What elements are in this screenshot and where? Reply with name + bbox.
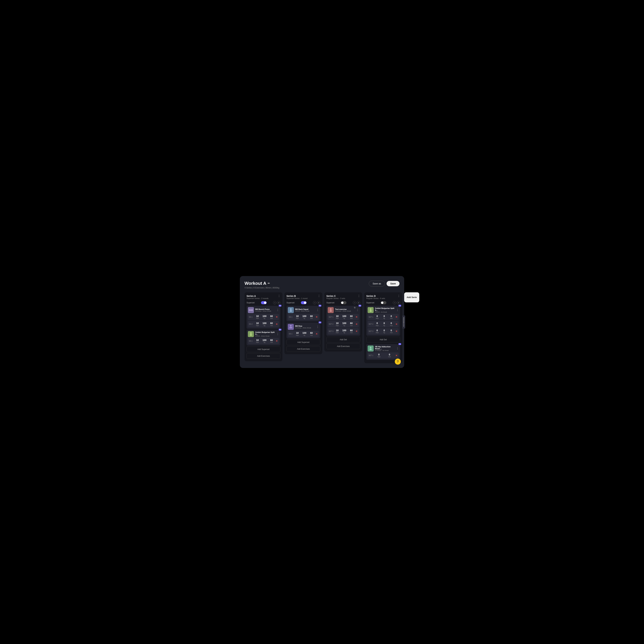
set-label-b2-1: SS 1 bbox=[289, 333, 293, 335]
series-b-superset-toggle[interactable] bbox=[301, 301, 307, 304]
remove-a1-1[interactable]: ✕ bbox=[275, 316, 278, 318]
add-exercises-a[interactable]: Add Exercises bbox=[247, 353, 280, 359]
add-series-label: Add Serie bbox=[407, 296, 417, 299]
series-c-increment[interactable]: + bbox=[357, 301, 360, 304]
help-button[interactable]: ? bbox=[395, 359, 401, 365]
exercise-goblet-a-more[interactable]: ⋮ bbox=[276, 333, 279, 335]
remove-d1-2[interactable]: ✕ bbox=[395, 323, 398, 326]
series-b-increment[interactable]: + bbox=[317, 301, 320, 304]
rest-d1-2: 0 bbox=[391, 322, 392, 325]
remove-c1-3[interactable]: ✕ bbox=[355, 330, 358, 333]
series-d-decrement[interactable]: − bbox=[393, 301, 396, 304]
rest-a1-2: 60 bbox=[270, 322, 273, 325]
remove-a1-2[interactable]: ✕ bbox=[275, 323, 278, 326]
add-series-button[interactable]: Add Serie bbox=[404, 292, 419, 302]
badge-tl-bb-row: TL bbox=[319, 321, 321, 323]
rest-c1-3: 60 bbox=[350, 329, 353, 332]
set-label-b1-1: SS 1 bbox=[289, 316, 293, 318]
exercise-goblet-d-more[interactable]: ⋮ bbox=[396, 309, 399, 311]
remove-b1-1[interactable]: ✕ bbox=[315, 316, 318, 318]
copy-icon-test[interactable]: ⧉ bbox=[354, 306, 356, 309]
exercise-bb-squat-more[interactable]: ⋮ bbox=[316, 309, 319, 311]
add-set-d[interactable]: Add Set bbox=[366, 337, 400, 342]
series-a-increment[interactable]: + bbox=[277, 301, 280, 304]
svg-point-11 bbox=[290, 325, 292, 327]
exercise-card-test: Test exercise no tempo , 60sec Break ⋮ T… bbox=[326, 306, 360, 336]
remove-d1-3[interactable]: ✕ bbox=[395, 330, 398, 333]
series-d-subtitle: Regular Series - 6 sets bbox=[366, 297, 385, 299]
svg-point-20 bbox=[370, 347, 371, 348]
remove-c1-1[interactable]: ✕ bbox=[355, 316, 358, 318]
series-a-header: Series A Superset Series - 2 rounds ⋮ bbox=[247, 295, 280, 299]
series-a-decrement[interactable]: − bbox=[273, 301, 276, 304]
series-d-superset-label: Superset bbox=[366, 302, 374, 304]
badge-tl-sb-hip: TL bbox=[398, 343, 401, 345]
reps-c1-3: 10 bbox=[336, 329, 339, 332]
exercise-test-more[interactable]: ⋮ bbox=[356, 309, 359, 311]
set-row-d1-3: SET 3 0reps 0kg 0rest ✕ bbox=[368, 328, 399, 334]
exercise-bb-row-more[interactable]: ⋮ bbox=[316, 326, 319, 328]
series-d-increment[interactable]: + bbox=[397, 301, 400, 304]
series-card-b: Series B Superset Series - 1 round ⋮ Sup… bbox=[284, 292, 322, 354]
exercise-sb-hip-more[interactable]: ⋮ bbox=[396, 347, 399, 350]
set-label-c1-3: SET 3 bbox=[329, 330, 333, 332]
series-b-decrement[interactable]: − bbox=[313, 301, 316, 304]
series-d-more[interactable]: ⋮ bbox=[397, 295, 400, 297]
add-set-c[interactable]: Add Set bbox=[326, 337, 360, 342]
series-c-superset-row: Superset − + bbox=[326, 301, 360, 304]
exercise-meta-goblet-a: 1/0/1/0 , 60sec Break bbox=[255, 335, 275, 337]
kg-b2-1: 100 bbox=[302, 332, 306, 334]
series-b-superset-label: Superset bbox=[286, 302, 294, 304]
add-exercises-b[interactable]: Add Exercises bbox=[286, 346, 320, 352]
svg-rect-3 bbox=[250, 310, 252, 310]
svg-point-17 bbox=[370, 308, 371, 310]
feedback-tab[interactable]: FEEDBACK bbox=[402, 315, 405, 329]
svg-rect-12 bbox=[289, 327, 292, 328]
set-label-a1-1: SS 1 bbox=[249, 316, 254, 318]
series-c-superset-toggle[interactable] bbox=[341, 301, 346, 304]
set-label-a2-1: SS 1 bbox=[249, 340, 254, 342]
kg-a1-2: 100 bbox=[262, 322, 266, 325]
reps-d2-1: 0 bbox=[378, 353, 380, 356]
kg-c1-3: 100 bbox=[342, 329, 346, 332]
svg-rect-10 bbox=[288, 324, 294, 330]
kg-c1-2: 100 bbox=[342, 322, 346, 325]
series-a-superset-toggle[interactable] bbox=[261, 301, 267, 304]
exercise-meta-bb-bench: no tempo , 60sec Break bbox=[255, 310, 275, 312]
rest-d1-3: 0 bbox=[391, 329, 392, 332]
add-superset-a[interactable]: Add Superset bbox=[247, 346, 280, 352]
exercise-info-goblet-d: Goblet Bulgarian Split S... 1/0/1/0 , No… bbox=[375, 307, 395, 313]
series-c-more[interactable]: ⋮ bbox=[358, 295, 360, 297]
kg-d1-3: 0 bbox=[384, 329, 385, 332]
save-button[interactable]: Save bbox=[387, 281, 399, 286]
remove-d1-1[interactable]: ✕ bbox=[395, 316, 398, 318]
badge-tl-bb-bench: TL bbox=[279, 305, 281, 307]
series-c-decrement[interactable]: − bbox=[353, 301, 356, 304]
add-superset-b[interactable]: Add Superset bbox=[286, 339, 320, 345]
remove-b2-1[interactable]: ✕ bbox=[315, 333, 318, 335]
add-exercises-c[interactable]: Add Exercises bbox=[326, 343, 360, 349]
series-b-title: Series B bbox=[286, 295, 307, 297]
exercise-info-goblet-a: Goblet Bulgarian Split S... 1/0/1/0 , 60… bbox=[255, 331, 275, 337]
set-row-a1-2: SS 2 10reps 100kg 60rest ✕ bbox=[248, 321, 279, 327]
rest-a1-1: 60 bbox=[270, 315, 273, 317]
edit-icon[interactable]: ✏ bbox=[268, 282, 270, 285]
badge-tl-goblet-d: TL bbox=[398, 305, 401, 307]
exercise-name-test: Test exercise bbox=[335, 308, 355, 310]
series-d-superset-toggle[interactable] bbox=[381, 301, 386, 304]
exercise-info-bb-bench: BB Bench Press no tempo , 60sec Break bbox=[255, 308, 275, 312]
header-left: Workout A ✏ 4 Series | 6 Exercises | 90m… bbox=[245, 281, 279, 289]
series-b-more[interactable]: ⋮ bbox=[318, 295, 320, 297]
exercise-bb-bench-more[interactable]: ⋮ bbox=[276, 309, 279, 311]
svg-rect-18 bbox=[370, 310, 372, 312]
remove-c1-2[interactable]: ✕ bbox=[355, 323, 358, 326]
remove-d2-1[interactable]: ✕ bbox=[395, 354, 398, 357]
set-row-d2-1: SET 1 0reps 0rest ✕ bbox=[368, 352, 399, 359]
series-a-subtitle: Superset Series - 2 rounds bbox=[247, 297, 269, 299]
remove-a2-1[interactable]: ✕ bbox=[275, 340, 278, 342]
exercise-thumb-test bbox=[328, 307, 334, 313]
series-a-more[interactable]: ⋮ bbox=[278, 295, 280, 297]
reps-c1-1: 10 bbox=[336, 315, 339, 317]
save-as-button[interactable]: Save as bbox=[369, 281, 385, 286]
svg-point-14 bbox=[330, 308, 332, 310]
